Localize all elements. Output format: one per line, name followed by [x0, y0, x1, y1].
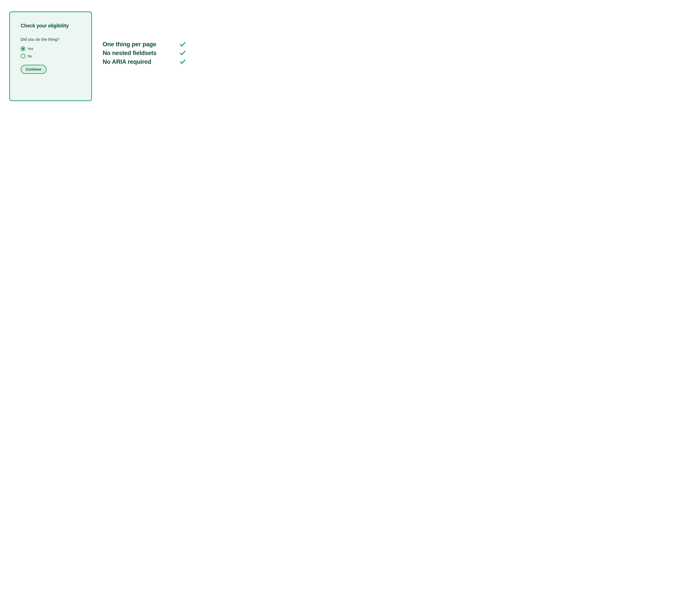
continue-button[interactable]: Continue — [21, 65, 46, 74]
checklist-item-label: One thing per page — [102, 41, 156, 48]
checkmark-icon — [179, 49, 186, 57]
radio-selected-dot — [22, 47, 24, 50]
checklist-item: No nested fieldsets — [102, 49, 186, 57]
checklist-item: One thing per page — [102, 41, 186, 48]
panel-title: Check your eligibility — [21, 23, 81, 29]
radio-option-no[interactable]: No — [21, 54, 81, 59]
checklist-item-label: No ARIA required — [102, 58, 151, 65]
radio-icon — [21, 54, 25, 59]
checklist-item-label: No nested fieldsets — [102, 49, 157, 57]
question-text: Did you do the thing? — [21, 37, 81, 42]
checklist-item: No ARIA required — [102, 58, 186, 65]
radio-option-yes[interactable]: Yes — [21, 46, 81, 51]
radio-label-no: No — [27, 54, 32, 58]
radio-label-yes: Yes — [27, 47, 33, 51]
radio-group: Yes No — [21, 46, 81, 59]
radio-icon — [21, 46, 25, 51]
eligibility-panel: Check your eligibility Did you do the th… — [9, 12, 92, 101]
checkmark-icon — [179, 58, 186, 65]
checkmark-icon — [179, 41, 186, 48]
checklist: One thing per page No nested fieldsets N… — [102, 41, 186, 67]
